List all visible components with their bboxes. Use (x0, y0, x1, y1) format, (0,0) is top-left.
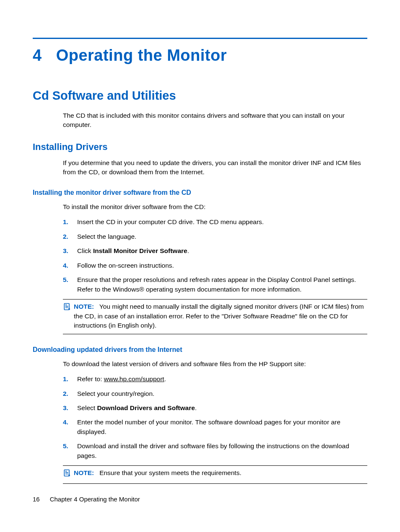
chapter-title: Operating the Monitor (56, 46, 227, 64)
note-block-cd: NOTE: You might need to manually install… (63, 299, 367, 334)
subsub1-intro: To install the monitor driver software f… (63, 202, 367, 212)
top-rule (33, 38, 367, 39)
section-heading-cd-software: Cd Software and Utilities (33, 89, 367, 103)
step-prefix: Refer to: (77, 375, 104, 382)
step-text: Refer to: www.hp.com/support. (77, 374, 367, 384)
step-text: Ensure that the proper resolutions and r… (77, 275, 367, 294)
list-item: 3. Click Install Monitor Driver Software… (63, 246, 367, 256)
note-body: NOTE: You might need to manually install… (74, 302, 367, 330)
page-footer: 16Chapter 4 Operating the Monitor (33, 496, 140, 503)
note-text: Ensure that your system meets the requir… (99, 469, 242, 476)
step-suffix: . (195, 404, 197, 411)
step-text: Click Install Monitor Driver Software. (77, 246, 367, 256)
list-item: 3. Select Download Drivers and Software. (63, 403, 367, 413)
note-icon (63, 469, 72, 480)
subsection-intro: If you determine that you need to update… (63, 158, 367, 177)
steps-download-internet: 1. Refer to: www.hp.com/support. 2. Sele… (63, 374, 367, 460)
note-body: NOTE: Ensure that your system meets the … (74, 468, 367, 478)
list-item: 4. Follow the on-screen instructions. (63, 261, 367, 270)
chapter-heading: 4Operating the Monitor (33, 46, 367, 65)
step-text: Follow the on-screen instructions. (77, 261, 367, 270)
chapter-ref: Chapter 4 Operating the Monitor (50, 496, 140, 503)
step-number: 5. (63, 442, 77, 451)
step-number: 4. (63, 261, 77, 270)
step-number: 4. (63, 418, 77, 427)
step-text: Enter the model number of your monitor. … (77, 418, 367, 436)
step-number: 2. (63, 389, 77, 398)
step-number: 3. (63, 403, 77, 413)
list-item: 1. Refer to: www.hp.com/support. (63, 374, 367, 384)
step-text: Insert the CD in your computer CD drive.… (77, 217, 367, 227)
step-number: 5. (63, 275, 77, 284)
subsubsection-download-internet: Downloading updated drivers from the Int… (33, 346, 367, 354)
step-prefix: Select (77, 404, 97, 411)
list-item: 1. Insert the CD in your computer CD dri… (63, 217, 367, 227)
list-item: 5. Download and install the driver and s… (63, 442, 367, 460)
note-text: You might need to manually install the d… (74, 303, 364, 329)
steps-install-cd: 1. Insert the CD in your computer CD dri… (63, 217, 367, 294)
step-bold: Install Monitor Driver Software (93, 247, 187, 254)
step-suffix: . (164, 375, 166, 382)
subsubsection-install-from-cd: Installing the monitor driver software f… (33, 189, 367, 196)
note-block-requirements: NOTE: Ensure that your system meets the … (63, 465, 367, 483)
step-number: 2. (63, 232, 77, 241)
list-item: 2. Select your country/region. (63, 389, 367, 398)
list-item: 4. Enter the model number of your monito… (63, 418, 367, 436)
subsub2-intro: To download the latest version of driver… (63, 359, 367, 369)
step-text: Download and install the driver and soft… (77, 442, 367, 460)
step-number: 1. (63, 217, 77, 227)
list-item: 5. Ensure that the proper resolutions an… (63, 275, 367, 294)
section-intro: The CD that is included with this monito… (63, 111, 367, 130)
support-link[interactable]: www.hp.com/support (104, 375, 164, 382)
note-label: NOTE: (74, 303, 94, 310)
step-bold: Download Drivers and Software (97, 404, 195, 411)
step-number: 3. (63, 246, 77, 256)
step-suffix: . (187, 247, 189, 254)
note-label: NOTE: (74, 469, 94, 476)
note-icon (63, 302, 72, 313)
chapter-number: 4 (33, 46, 42, 64)
subsection-installing-drivers: Installing Drivers (33, 142, 367, 152)
step-text: Select the language. (77, 232, 367, 241)
step-text: Select Download Drivers and Software. (77, 403, 367, 413)
list-item: 2. Select the language. (63, 232, 367, 241)
page-number: 16 (33, 496, 40, 503)
step-prefix: Click (77, 247, 93, 254)
step-number: 1. (63, 374, 77, 384)
step-text: Select your country/region. (77, 389, 367, 398)
